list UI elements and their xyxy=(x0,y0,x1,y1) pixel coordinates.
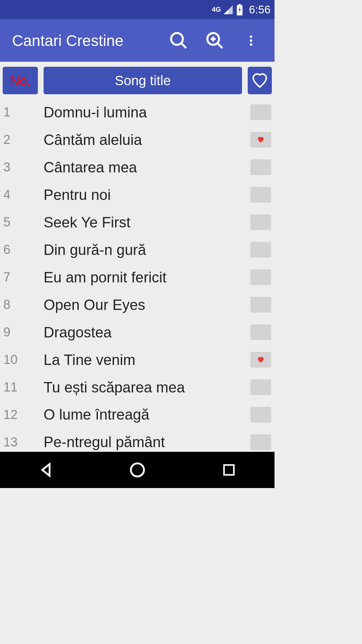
song-number: 2 xyxy=(3,132,44,147)
clock-text: 6:56 xyxy=(249,3,270,16)
song-number: 5 xyxy=(3,215,44,229)
favorite-toggle[interactable] xyxy=(250,434,271,450)
list-header: No. Song title xyxy=(0,62,275,99)
song-title: Tu ești scăparea mea xyxy=(44,379,247,395)
song-row[interactable]: 2Cântăm aleluia xyxy=(0,126,275,154)
song-row[interactable]: 7Eu am pornit fericit xyxy=(0,264,275,291)
song-title: La Tine venim xyxy=(44,352,247,368)
favorite-toggle[interactable] xyxy=(250,187,271,203)
status-bar: 4G 6:56 xyxy=(0,0,275,19)
favorite-toggle[interactable] xyxy=(250,132,271,148)
svg-line-3 xyxy=(218,43,223,48)
more-vert-icon xyxy=(244,34,258,47)
song-title: Pe-ntregul pământ xyxy=(44,434,247,450)
song-row[interactable]: 3Cântarea mea xyxy=(0,154,275,181)
song-number: 3 xyxy=(3,160,44,174)
recent-icon xyxy=(222,463,236,477)
battery-icon xyxy=(236,4,244,15)
song-title: Din gură-n gură xyxy=(44,242,247,258)
overflow-menu-button[interactable] xyxy=(234,24,268,57)
favorite-toggle[interactable] xyxy=(250,297,271,313)
favorite-toggle[interactable] xyxy=(250,407,271,423)
song-row[interactable]: 9Dragostea xyxy=(0,319,275,346)
favorite-toggle[interactable] xyxy=(250,214,271,230)
heart-icon xyxy=(257,384,264,391)
song-row[interactable]: 10La Tine venim xyxy=(0,346,275,374)
song-number: 6 xyxy=(3,243,44,257)
favorite-toggle[interactable] xyxy=(250,242,271,258)
favorite-toggle[interactable] xyxy=(250,379,271,395)
song-number: 10 xyxy=(3,353,44,367)
signal-icon xyxy=(223,4,234,15)
network-4g-icon: 4G xyxy=(212,6,221,13)
song-title: Pentru noi xyxy=(44,187,247,203)
favorite-toggle[interactable] xyxy=(250,324,271,340)
favorite-toggle[interactable] xyxy=(250,269,271,285)
song-title: Seek Ye First xyxy=(44,214,247,230)
svg-rect-10 xyxy=(224,465,234,475)
svg-point-8 xyxy=(250,43,252,46)
heart-icon xyxy=(257,109,264,116)
search-button[interactable] xyxy=(162,24,195,57)
favorite-toggle[interactable] xyxy=(250,352,271,368)
favorite-toggle[interactable] xyxy=(250,104,271,120)
heart-icon xyxy=(251,72,268,89)
song-row[interactable]: 8Open Our Eyes xyxy=(0,291,275,319)
heart-icon xyxy=(257,191,264,199)
heart-icon xyxy=(257,411,264,418)
heart-icon xyxy=(257,219,264,226)
nav-recent-button[interactable] xyxy=(200,463,257,477)
nav-bar xyxy=(0,452,275,488)
song-title: Cântăm aleluia xyxy=(44,132,247,148)
favorites-filter-button[interactable] xyxy=(248,67,272,94)
svg-point-0 xyxy=(171,33,183,45)
song-row[interactable]: 11Tu ești scăparea mea xyxy=(0,374,275,401)
zoom-in-button[interactable] xyxy=(198,24,232,57)
svg-point-6 xyxy=(250,35,252,38)
heart-icon xyxy=(257,329,264,336)
song-number: 1 xyxy=(3,105,44,119)
search-icon xyxy=(169,31,189,51)
song-row[interactable]: 6Din gură-n gură xyxy=(0,236,275,264)
svg-point-9 xyxy=(131,464,144,477)
sort-by-title-button[interactable]: Song title xyxy=(44,67,242,94)
song-row[interactable]: 12O lume întreagă xyxy=(0,401,275,428)
heart-icon xyxy=(257,356,264,364)
song-title: Dragostea xyxy=(44,324,247,340)
song-row[interactable]: 1Domnu-i lumina xyxy=(0,99,275,126)
song-number: 4 xyxy=(3,187,44,202)
song-title: Cântarea mea xyxy=(44,159,247,175)
svg-line-1 xyxy=(181,43,186,48)
song-row[interactable]: 4Pentru noi xyxy=(0,181,275,209)
song-number: 12 xyxy=(3,408,44,422)
sort-by-number-button[interactable]: No. xyxy=(3,67,38,94)
heart-icon xyxy=(257,438,264,446)
app-title: Cantari Crestine xyxy=(12,32,159,50)
song-row[interactable]: 5Seek Ye First xyxy=(0,209,275,236)
heart-icon xyxy=(257,246,264,254)
song-title: O lume întreagă xyxy=(44,407,247,423)
song-list: 1Domnu-i lumina2Cântăm aleluia3Cântarea … xyxy=(0,99,275,488)
svg-point-7 xyxy=(250,39,252,42)
nav-home-button[interactable] xyxy=(109,461,166,479)
song-number: 7 xyxy=(3,270,44,284)
heart-icon xyxy=(257,301,264,309)
zoom-in-icon xyxy=(205,31,225,51)
home-icon xyxy=(129,461,146,479)
song-number: 8 xyxy=(3,298,44,312)
song-number: 13 xyxy=(3,435,44,449)
song-title: Open Our Eyes xyxy=(44,297,247,313)
song-number: 9 xyxy=(3,325,44,339)
heart-icon xyxy=(257,136,264,144)
song-title: Eu am pornit fericit xyxy=(44,269,247,285)
app-bar: Cantari Crestine xyxy=(0,19,275,62)
back-icon xyxy=(37,461,55,479)
nav-back-button[interactable] xyxy=(17,461,74,479)
heart-icon xyxy=(257,274,264,281)
favorite-toggle[interactable] xyxy=(250,159,271,175)
song-number: 11 xyxy=(3,380,44,394)
song-title: Domnu-i lumina xyxy=(44,104,247,120)
heart-icon xyxy=(257,164,264,171)
